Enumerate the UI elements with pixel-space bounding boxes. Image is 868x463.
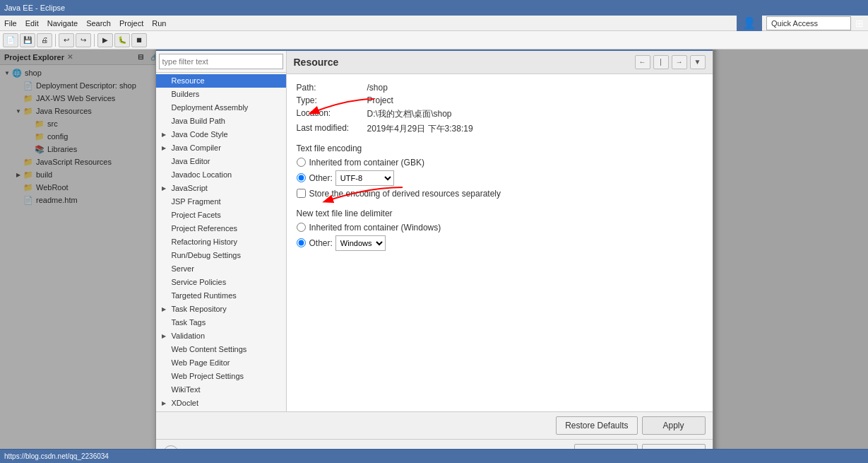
last-modified-value: 2019年4月29日 下午3:38:19 [367, 123, 473, 135]
menu-search[interactable]: Search [86, 19, 111, 28]
prop-item-validation[interactable]: ▶ Validation [156, 329, 286, 343]
path-row: Path: /shop [297, 83, 703, 93]
path-value: /shop [367, 83, 388, 93]
store-encoding-label[interactable]: Store the encoding of derived resources … [309, 189, 501, 199]
prop-item-xdoclet[interactable]: ▶ XDoclet [156, 397, 286, 410]
content-title: Resource [294, 57, 339, 68]
dialog-bottom: Restore Defaults Apply ? OK Cancel [156, 411, 713, 450]
cancel-button[interactable]: Cancel [642, 444, 706, 450]
ide-titlebar: Java EE - Eclipse [0, 0, 868, 16]
location-label: Location: [297, 108, 367, 120]
other-delimiter-label[interactable]: Other: [309, 238, 333, 248]
inherited-encoding-radio[interactable] [297, 158, 306, 167]
quick-access-label: Quick Access [771, 19, 818, 28]
prop-item-java-build-path[interactable]: Java Build Path [156, 115, 286, 128]
toolbar-debug[interactable]: 🐛 [114, 33, 130, 47]
ide-toolbar: 📄 💾 🖨 ↩ ↪ ▶ 🐛 ⏹ [0, 31, 868, 49]
menu-edit[interactable]: Edit [25, 19, 39, 28]
ide-title: Java EE - Eclipse [4, 4, 65, 12]
location-row: Location: D:\我的文档\桌面\shop [297, 108, 703, 120]
prop-item-project-facets[interactable]: Project Facets [156, 209, 286, 222]
prop-item-task-tags[interactable]: Task Tags [156, 316, 286, 329]
prop-item-builders[interactable]: Builders [156, 88, 286, 101]
inherited-delimiter-radio[interactable] [297, 223, 306, 232]
help-button[interactable]: ? [163, 445, 179, 450]
content-header: Resource ← | → ▼ [287, 51, 713, 74]
prop-item-server[interactable]: Server [156, 262, 286, 276]
dialog-body: Resource Builders Deployment Assembly [156, 51, 713, 411]
prop-item-web-content[interactable]: Web Content Settings [156, 343, 286, 356]
nav-forward-button[interactable]: → [672, 55, 687, 69]
store-encoding-checkbox[interactable] [297, 189, 306, 198]
dialog-overlay: ⚙ Properties for shop ─ □ ✕ [0, 49, 868, 449]
other-encoding-row: Other: UTF-8 GBK ISO-8859-1 [297, 170, 703, 186]
prop-item-run-debug[interactable]: Run/Debug Settings [156, 249, 286, 262]
type-row: Type: Project [297, 95, 703, 105]
prop-item-wikitext[interactable]: WikiText [156, 383, 286, 397]
prop-item-resource[interactable]: Resource [156, 74, 286, 88]
store-encoding-row: Store the encoding of derived resources … [297, 189, 703, 199]
properties-nav-panel: Resource Builders Deployment Assembly [156, 51, 287, 411]
type-value: Project [367, 95, 393, 105]
prop-item-javascript[interactable]: ▶ JavaScript [156, 182, 286, 195]
location-value: D:\我的文档\桌面\shop [367, 108, 452, 120]
toolbar-print[interactable]: 🖨 [37, 33, 52, 47]
toolbar-redo[interactable]: ↪ [76, 33, 91, 47]
nav-dropdown-button[interactable]: ▼ [690, 55, 706, 69]
line-delimiter-section-title: New text file line delimiter [297, 209, 703, 218]
filter-box [156, 51, 286, 73]
other-delimiter-radio[interactable] [297, 238, 306, 247]
prop-item-project-references[interactable]: Project References [156, 222, 286, 235]
inherited-delimiter-label[interactable]: Inherited from container (Windows) [309, 223, 441, 233]
dialog-actions-bottom: ? OK Cancel [156, 440, 713, 450]
toolbar-stop[interactable]: ⏹ [131, 33, 147, 47]
menu-file[interactable]: File [4, 19, 17, 28]
other-encoding-radio[interactable] [297, 173, 306, 182]
filter-input[interactable] [159, 54, 283, 69]
prop-item-web-project[interactable]: Web Project Settings [156, 370, 286, 383]
toolbar-new[interactable]: 📄 [3, 33, 18, 47]
encoding-select[interactable]: UTF-8 GBK ISO-8859-1 [335, 170, 394, 186]
last-modified-row: Last modified: 2019年4月29日 下午3:38:19 [297, 123, 703, 135]
other-encoding-label[interactable]: Other: [309, 173, 333, 183]
menu-run[interactable]: Run [152, 19, 166, 28]
prop-item-javadoc[interactable]: Javadoc Location [156, 168, 286, 182]
other-delimiter-row: Other: Windows Unix Default [297, 235, 703, 251]
delimiter-select[interactable]: Windows Unix Default [335, 235, 386, 251]
properties-list: Resource Builders Deployment Assembly [156, 73, 286, 411]
prop-item-refactoring[interactable]: Refactoring History [156, 235, 286, 249]
prop-item-java-code-style[interactable]: ▶ Java Code Style [156, 128, 286, 141]
resource-content-area: Path: /shop Type: Project Location: D:\我… [287, 74, 713, 411]
prop-item-web-page-editor[interactable]: Web Page Editor [156, 356, 286, 370]
nav-separator: | [653, 55, 669, 69]
properties-dialog: ⚙ Properties for shop ─ □ ✕ [155, 49, 713, 449]
prop-item-targeted-runtimes[interactable]: Targeted Runtimes [156, 289, 286, 303]
nav-arrows: ← | → ▼ [635, 55, 706, 69]
apply-button[interactable]: Apply [642, 416, 706, 435]
menu-navigate[interactable]: Navigate [47, 19, 78, 28]
content-panel: Resource ← | → ▼ Pat [287, 51, 713, 411]
toolbar-save[interactable]: 💾 [20, 33, 35, 47]
prop-item-task-repository[interactable]: ▶ Task Repository [156, 303, 286, 316]
type-label: Type: [297, 95, 367, 105]
text-encoding-section-title: Text file encoding [297, 143, 703, 153]
toolbar-undo[interactable]: ↩ [59, 33, 74, 47]
restore-defaults-button[interactable]: Restore Defaults [556, 416, 637, 435]
inherited-encoding-label[interactable]: Inherited from container (GBK) [309, 158, 424, 168]
prop-item-jsp-fragment[interactable]: JSP Fragment [156, 195, 286, 209]
prop-item-service-policies[interactable]: Service Policies [156, 276, 286, 289]
last-modified-label: Last modified: [297, 123, 367, 135]
inherited-encoding-row: Inherited from container (GBK) [297, 158, 703, 168]
toolbar-run[interactable]: ▶ [97, 33, 113, 47]
prop-item-java-compiler[interactable]: ▶ Java Compiler [156, 141, 286, 155]
inherited-delimiter-row: Inherited from container (Windows) [297, 223, 703, 233]
prop-item-deployment-assembly[interactable]: Deployment Assembly [156, 101, 286, 115]
status-text: https://blog.csdn.net/qq_2236034 [4, 452, 109, 460]
menu-project[interactable]: Project [119, 19, 143, 28]
prop-item-java-editor[interactable]: Java Editor [156, 155, 286, 168]
nav-back-button[interactable]: ← [635, 55, 650, 69]
ok-button[interactable]: OK [574, 444, 638, 450]
path-label: Path: [297, 83, 367, 93]
dialog-actions-top: Restore Defaults Apply [156, 412, 713, 440]
status-bar: https://blog.csdn.net/qq_2236034 [0, 449, 868, 463]
